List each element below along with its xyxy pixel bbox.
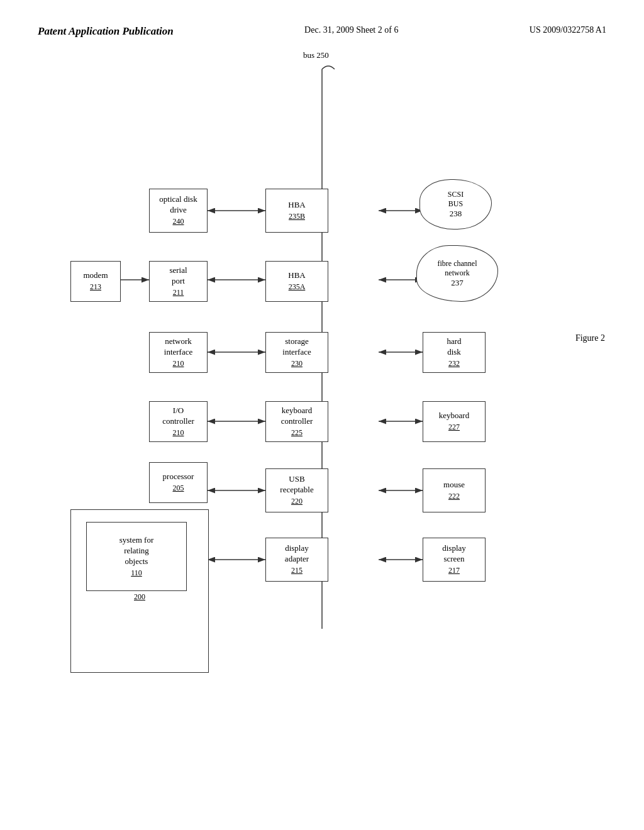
- hba235b-label: HBA: [288, 200, 305, 211]
- fibre-channel-cloud: fibre channel network 237: [416, 245, 498, 302]
- patent-number: US 2009/0322758 A1: [530, 25, 606, 35]
- optical-num: 240: [173, 217, 184, 227]
- processor-label: processor: [163, 472, 194, 482]
- io-label: I/O controller: [162, 406, 194, 427]
- modem-box: modem 213: [70, 261, 121, 302]
- storage-interface-box: storage interface 230: [265, 332, 328, 373]
- header-date-sheet: Dec. 31, 2009 Sheet 2 of 6: [304, 25, 398, 35]
- hba235a-label: HBA: [288, 270, 305, 281]
- optical-label: optical disk drive: [159, 194, 197, 216]
- network-label: network interface: [164, 336, 192, 358]
- storage-label: storage interface: [282, 336, 311, 358]
- scsi-label: SCSI BUS: [448, 190, 464, 209]
- display-screen-box: display screen 217: [423, 538, 486, 582]
- modem-label: modem: [84, 270, 108, 281]
- serial-label: serial port: [169, 265, 187, 287]
- mouse-label: mouse: [443, 480, 465, 490]
- kb-ctrl-num: 225: [291, 428, 303, 438]
- system-num: 110: [131, 568, 142, 578]
- io-num: 210: [173, 428, 184, 438]
- memory-num: 200: [134, 592, 145, 602]
- hba-235a-box: HBA 235A: [265, 261, 328, 302]
- kb-ctrl-label: keyboard controller: [281, 406, 313, 427]
- publication-title: Patent Application Publication: [38, 25, 174, 38]
- usb-receptable-box: USB receptable 220: [265, 468, 328, 512]
- keyboard-controller-box: keyboard controller 225: [265, 401, 328, 442]
- usb-label: USB receptable: [280, 474, 313, 495]
- figure-label: Figure 2: [575, 333, 605, 711]
- scsi-num: 238: [450, 209, 462, 219]
- diagram: bus 250 memory 200 system for relating o…: [52, 50, 592, 742]
- fibre-num: 237: [451, 278, 464, 288]
- keyboard-label: keyboard: [439, 411, 469, 421]
- optical-disk-box: optical disk drive 240: [149, 189, 208, 233]
- system-label: system for relating objects: [119, 535, 154, 567]
- scsi-bus-cloud: SCSI BUS 238: [419, 179, 492, 230]
- mouse-box: mouse 222: [423, 468, 486, 512]
- serial-port-box: serial port 211: [149, 261, 208, 302]
- figure-text: Figure 2: [575, 333, 605, 343]
- bus-text: bus 250: [303, 50, 329, 60]
- keyboard-box: keyboard 227: [423, 401, 486, 442]
- processor-box: processor 205: [149, 462, 208, 503]
- hard-disk-box: hard disk 232: [423, 332, 486, 373]
- hba-235b-box: HBA 235B: [265, 189, 328, 233]
- serial-num: 211: [173, 288, 184, 298]
- hard-disk-label: hard disk: [447, 336, 461, 358]
- system-for-relating-box: system for relating objects 110: [86, 522, 187, 591]
- keyboard-num: 227: [448, 423, 460, 433]
- display-adapter-label: display adapter: [285, 543, 309, 565]
- bus-label: bus 250: [303, 50, 329, 60]
- fibre-label: fibre channel network: [438, 259, 477, 278]
- header: Patent Application Publication Dec. 31, …: [38, 25, 606, 38]
- storage-num: 230: [291, 359, 303, 369]
- display-screen-label: display screen: [442, 543, 466, 565]
- network-interface-box: network interface 210: [149, 332, 208, 373]
- display-adapter-box: display adapter 215: [265, 538, 328, 582]
- display-adapter-num: 215: [291, 566, 303, 576]
- page: Patent Application Publication Dec. 31, …: [0, 0, 644, 830]
- modem-num: 213: [90, 282, 101, 292]
- network-num: 210: [173, 359, 184, 369]
- io-controller-box: I/O controller 210: [149, 401, 208, 442]
- mouse-num: 222: [448, 492, 460, 502]
- usb-num: 220: [291, 497, 303, 507]
- hba235b-num: 235B: [289, 212, 305, 222]
- display-screen-num: 217: [448, 566, 460, 576]
- processor-num: 205: [173, 484, 184, 494]
- hba235a-num: 235A: [289, 282, 306, 292]
- hard-disk-num: 232: [448, 359, 460, 369]
